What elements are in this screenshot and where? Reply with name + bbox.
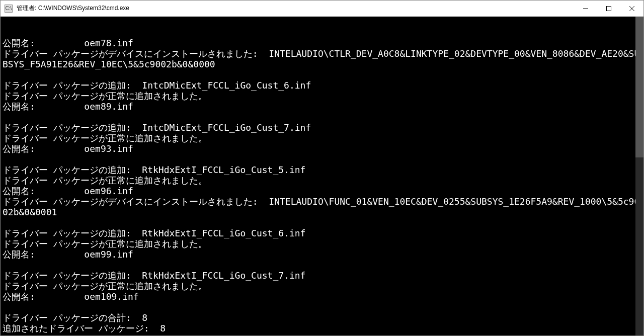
scrollbar-thumb[interactable] [635,17,643,157]
cmd-window: C:\ 管理者: C:\WINDOWS\System32\cmd.exe 公開名… [0,0,644,336]
window-title: 管理者: C:\WINDOWS\System32\cmd.exe [17,4,574,13]
maximize-icon [606,6,611,11]
close-icon [629,6,634,11]
terminal-area[interactable]: 公開名: oem78.inf ドライバー パッケージがデバイスにインストールされ… [1,17,643,335]
window-controls [574,1,643,16]
maximize-button[interactable] [597,1,620,17]
terminal-output: 公開名: oem78.inf ドライバー パッケージがデバイスにインストールされ… [3,38,641,335]
app-icon: C:\ [5,5,13,13]
minimize-icon [583,6,588,11]
titlebar: C:\ 管理者: C:\WINDOWS\System32\cmd.exe [1,1,643,17]
app-icon-text: C:\ [6,6,12,11]
close-button[interactable] [620,1,643,17]
svg-rect-1 [607,7,611,11]
minimize-button[interactable] [574,1,597,17]
scrollbar-track[interactable] [635,17,643,335]
